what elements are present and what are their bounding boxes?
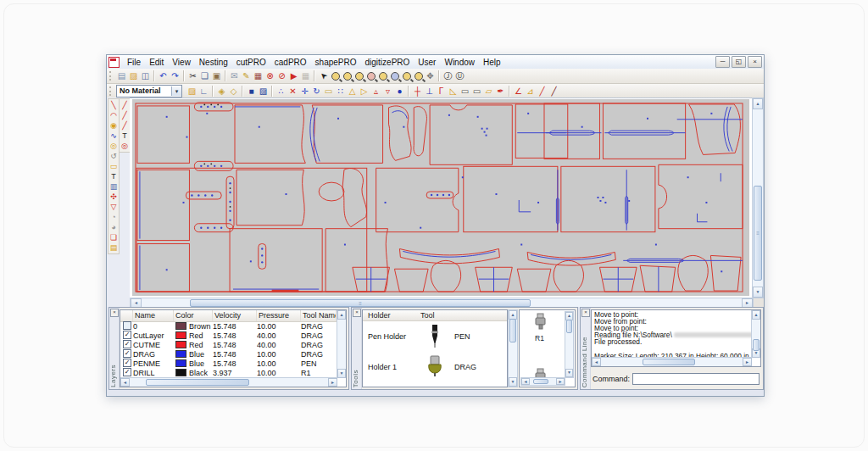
layers-column-header[interactable]: Pressure [257, 310, 301, 321]
command-vscroll-thumb[interactable] [753, 339, 760, 351]
edit-points-icon[interactable]: ∴ [275, 86, 287, 97]
line-diagonal-dark-icon[interactable]: ╱ [548, 86, 559, 97]
chamfer-icon[interactable]: ◺ [448, 86, 459, 97]
magazine-tool-item[interactable]: R1 [520, 313, 559, 342]
scroll-left-icon[interactable]: ◄ [120, 378, 130, 387]
tools-vscroll[interactable]: ▲ ▼ [508, 309, 518, 387]
scroll-right-icon[interactable]: ► [328, 378, 337, 387]
zoom-window-icon[interactable] [353, 70, 364, 81]
zoom-out-icon[interactable] [342, 70, 353, 81]
tool-row-drag[interactable]: Holder 1DRAG [363, 352, 507, 382]
tool-holder-list[interactable]: Holder Tool Pen HolderPENHolder 1DRAG [362, 309, 508, 387]
scroll-down-icon[interactable]: ▼ [753, 287, 763, 298]
tool-u-icon[interactable]: Ⓤ [454, 70, 465, 81]
revolve-icon[interactable]: ↺ [109, 151, 119, 161]
text-icon[interactable]: T [109, 171, 119, 181]
trim-icon[interactable]: ┼ [412, 86, 423, 97]
scroll-down-icon[interactable]: ▼ [509, 377, 517, 387]
array-icon[interactable]: ∷ [335, 86, 346, 97]
select-arrow-icon[interactable]: ➤ [315, 68, 331, 83]
align-warn-icon[interactable]: ▵ [370, 86, 381, 97]
copy-icon[interactable]: ❏ [199, 70, 210, 81]
point-line-1-icon[interactable]: ╱ [120, 100, 130, 110]
undo-icon[interactable]: ↶ [158, 70, 169, 81]
layers-column-header[interactable]: Name [133, 310, 174, 321]
menu-help[interactable]: Help [479, 56, 505, 69]
arc-icon[interactable]: ◠ [109, 110, 119, 120]
pan-icon[interactable]: ✥ [425, 70, 436, 81]
layer-row-0[interactable]: 0Brown15.74810.00DRAG0.0 [120, 321, 337, 331]
command-log[interactable]: Move to point:Move from point:Move to po… [591, 309, 761, 367]
ungroup-icon[interactable]: ◇ [228, 86, 239, 97]
mirror-horizontal-icon[interactable]: △ [347, 86, 358, 97]
drawing-viewport[interactable] [130, 97, 752, 298]
scroll-up-icon[interactable]: ▲ [337, 310, 346, 320]
command-hscroll-thumb[interactable] [643, 359, 695, 365]
cut-icon[interactable]: ✂ [187, 70, 198, 81]
vertical-scrollbar[interactable]: ▲ ≡ ▼ [752, 97, 764, 298]
tool-row-pen[interactable]: Pen HolderPEN [363, 321, 507, 352]
magazine-vscroll[interactable]: ▲ ▼ [565, 311, 574, 378]
scroll-down-icon[interactable]: ▼ [337, 369, 346, 378]
plot-preview-icon[interactable]: ∟ [198, 86, 209, 97]
layer-row-CUTME[interactable]: ✓CUTMERed15.74840.00DRAG0.0 [120, 340, 337, 349]
scroll-right-icon[interactable]: ► [556, 378, 565, 385]
layer-row-PENME[interactable]: ✓PENMEBlue15.74810.00PEN0.0 [120, 359, 337, 368]
menu-user[interactable]: User [414, 56, 440, 69]
new-file-icon[interactable]: ▤ [116, 70, 127, 81]
center-target-icon[interactable]: ◎ [120, 141, 130, 151]
menu-nesting[interactable]: Nesting [195, 56, 232, 69]
tool-magazine[interactable]: R1 ▲ ▼ ◄ ► [519, 309, 576, 387]
chevron-down-icon[interactable]: ▾ [171, 86, 181, 96]
piece-export-icon[interactable]: ▤ [109, 242, 119, 253]
close-icon[interactable]: × [110, 309, 119, 317]
layer-row-CutLayer[interactable]: ✓CutLayerRed15.74840.00DRAG0.0 [120, 331, 337, 340]
menu-window[interactable]: Window [440, 56, 479, 69]
scale-icon[interactable]: ▭ [323, 86, 334, 97]
layers-column-header[interactable]: Velocity [213, 310, 257, 321]
line-diagonal-icon[interactable]: ╱ [537, 86, 548, 97]
arc-segment-2-icon[interactable]: ◕ [109, 222, 119, 232]
edit-nodes-icon[interactable]: ✣ [109, 192, 119, 202]
angle-icon[interactable]: ∠ [513, 86, 524, 97]
ellipse-icon[interactable]: ◎ [109, 141, 119, 151]
zoom-extents-icon[interactable] [413, 70, 424, 81]
zoom-sheet-icon[interactable] [401, 70, 412, 81]
layer-row-DRAG[interactable]: ✓DRAGBlue15.74810.00DRAG0.0 [120, 349, 337, 359]
send-to-back-icon[interactable]: ▨ [258, 86, 269, 97]
line-icon[interactable]: ╲ [109, 100, 119, 110]
scroll-left-icon[interactable]: ◄ [521, 378, 530, 385]
layer-visibility-checkbox[interactable]: ✓ [123, 331, 131, 339]
magazine-hscroll-thumb[interactable] [533, 379, 548, 384]
layer-visibility-checkbox[interactable]: ✓ [123, 340, 131, 348]
command-hscroll[interactable]: ◄ ► [592, 357, 752, 366]
close-icon[interactable]: × [353, 309, 361, 317]
material-combobox[interactable]: No Material ▾ [116, 85, 182, 97]
weld-icon[interactable]: ▿ [382, 86, 393, 97]
command-vscroll[interactable]: ▲ ▼ [751, 310, 760, 358]
restore-button[interactable]: ◱ [732, 56, 746, 68]
parallelogram-icon[interactable]: ▱ [483, 86, 494, 97]
text-point-icon[interactable]: T [120, 131, 130, 141]
import-material-icon[interactable]: ▨ [186, 86, 198, 97]
sphere-icon[interactable]: ● [394, 86, 405, 97]
save-icon[interactable]: ◫ [140, 70, 151, 81]
fillet-icon[interactable]: Γ [436, 86, 447, 97]
command-input[interactable] [632, 373, 760, 385]
delete-node-icon[interactable]: ▽ [109, 202, 119, 212]
menu-cutpro[interactable]: cutPRO [232, 56, 270, 69]
output-disabled-icon[interactable]: ▦ [300, 70, 311, 81]
layers-column-header[interactable]: Color [174, 310, 213, 321]
zoom-previous-icon[interactable] [365, 70, 376, 81]
scroll-up-icon[interactable]: ▲ [753, 98, 763, 109]
overlap-check-icon[interactable]: ❏ [109, 232, 119, 242]
paste-icon[interactable]: ▣ [211, 70, 222, 81]
horizontal-scroll-thumb[interactable]: ≡ [190, 299, 531, 307]
bring-to-front-icon[interactable]: ■ [246, 86, 257, 97]
layer-row-DRILL[interactable]: ✓DRILLBlack3.93710.00R10.0 [120, 368, 337, 377]
magazine-hscroll[interactable]: ◄ ► [520, 377, 565, 386]
start-icon[interactable]: ▶ [288, 70, 299, 81]
layers-column-header[interactable] [120, 310, 133, 321]
layers-table[interactable]: NameColorVelocityPressureTool NameLe 0Br… [120, 309, 347, 387]
toolbar-grip-2[interactable] [109, 86, 114, 96]
